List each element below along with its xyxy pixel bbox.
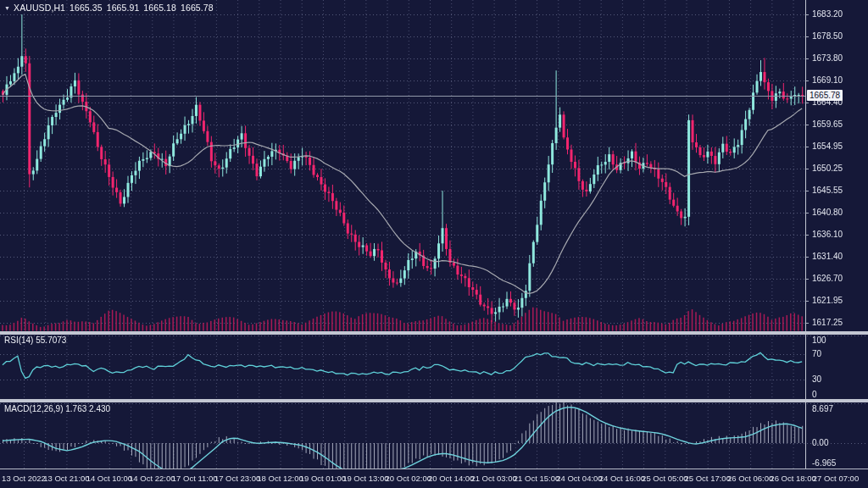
time-axis-label: 19 Oct 13:00 xyxy=(342,474,388,483)
symbol-period: XAUUSD,H1 xyxy=(14,3,65,13)
pane-border xyxy=(0,469,868,469)
ohlc-high: 1665.91 xyxy=(107,3,140,13)
time-axis-label: 14 Oct 10:00 xyxy=(86,474,132,483)
price-axis-label: 1640.80 xyxy=(812,208,843,217)
rsi-axis-label: 70 xyxy=(812,349,821,358)
pane-divider[interactable] xyxy=(0,331,868,335)
time-axis-label: 17 Oct 11:00 xyxy=(172,474,218,483)
price-axis-label: 1669.10 xyxy=(812,75,843,85)
time-axis-label: 20 Oct 02:00 xyxy=(386,474,431,483)
price-axis-label: 1617.25 xyxy=(812,318,843,327)
symbol-dropdown-icon[interactable]: ▼ xyxy=(4,5,10,11)
time-axis-label: 21 Oct 03:00 xyxy=(470,474,516,483)
price-axis-label: 1678.50 xyxy=(812,31,843,41)
price-axis-label: 1673.80 xyxy=(812,53,843,63)
time-axis-label: 26 Oct 18:00 xyxy=(770,474,815,483)
time-axis[interactable]: 13 Oct 202213 Oct 21:0014 Oct 10:0014 Oc… xyxy=(0,471,868,488)
time-axis-label: 13 Oct 21:00 xyxy=(43,474,89,483)
pane-divider[interactable] xyxy=(0,399,868,402)
time-axis-label: 21 Oct 15:00 xyxy=(514,474,559,483)
price-axis-label: 1650.25 xyxy=(812,164,843,173)
time-axis-label: 19 Oct 01:00 xyxy=(300,474,346,483)
macd-indicator-label: MACD(12,26,9) 1.763 2.430 xyxy=(4,404,110,413)
ohlc-close: 1665.78 xyxy=(181,3,214,13)
time-axis-label: 25 Oct 05:00 xyxy=(642,474,687,483)
price-axis-label: 1645.55 xyxy=(812,186,843,195)
time-axis-label: 20 Oct 14:00 xyxy=(428,474,474,483)
macd-axis-label: -6.965 xyxy=(812,458,836,468)
time-axis-label: 24 Oct 16:00 xyxy=(599,474,645,483)
macd-axis-label: 0.00 xyxy=(812,438,828,447)
price-axis-label: 1631.40 xyxy=(812,252,843,261)
rsi-axis-label: 0 xyxy=(812,390,817,399)
time-axis-label: 17 Oct 23:00 xyxy=(214,474,260,483)
price-axis-label: 1654.95 xyxy=(812,141,843,151)
price-axis-label: 1626.70 xyxy=(812,274,843,283)
macd-axis-label: 8.697 xyxy=(812,404,833,413)
chart-title: ▼XAUUSD,H11665.351665.911665.181665.78 xyxy=(4,3,218,13)
time-axis-label: 18 Oct 12:00 xyxy=(257,474,303,483)
trading-chart-window: ▼XAUUSD,H11665.351665.911665.181665.78 R… xyxy=(0,0,868,488)
price-axis-label: 1659.65 xyxy=(812,119,843,129)
time-axis-label: 24 Oct 04:00 xyxy=(556,474,602,483)
time-axis-label: 26 Oct 06:00 xyxy=(727,474,773,483)
ohlc-low: 1665.18 xyxy=(143,3,176,13)
rsi-axis-label: 30 xyxy=(812,374,821,384)
candlestick-chart-canvas[interactable] xyxy=(0,0,868,488)
time-axis-label: 25 Oct 17:00 xyxy=(685,474,731,483)
price-axis-label: 1683.20 xyxy=(812,9,843,19)
time-axis-label: 13 Oct 2022 xyxy=(2,474,46,483)
time-axis-label: 27 Oct 07:00 xyxy=(813,474,859,483)
rsi-indicator-label: RSI(14) 55.7073 xyxy=(4,336,66,345)
time-axis-label: 14 Oct 22:00 xyxy=(129,474,175,483)
ohlc-open: 1665.35 xyxy=(70,3,103,13)
price-axis-label: 1636.10 xyxy=(812,230,843,239)
price-axis-label: 1621.95 xyxy=(812,296,843,305)
rsi-axis-label: 100 xyxy=(812,336,826,345)
current-price-tag: 1665.78 xyxy=(807,90,843,101)
